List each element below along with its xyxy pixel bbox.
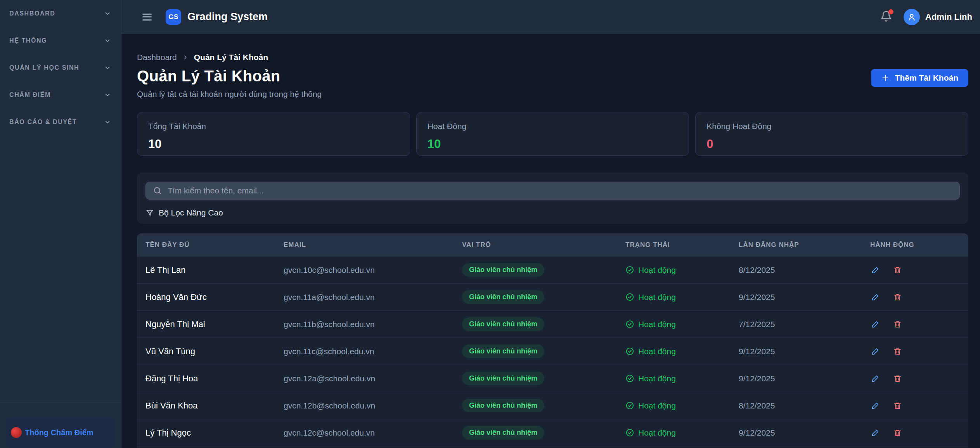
chevron-down-icon <box>104 119 111 126</box>
cell-full-name: Vũ Văn Tùng <box>137 346 275 357</box>
avatar <box>904 9 920 25</box>
column-header-status: TRẠNG THÁI <box>617 241 730 249</box>
pencil-icon <box>871 320 880 329</box>
add-account-button[interactable]: Thêm Tài Khoản <box>871 69 968 87</box>
role-badge: Giáo viên chủ nhiệm <box>462 345 544 358</box>
cell-role: Giáo viên chủ nhiệm <box>454 317 617 331</box>
delete-button[interactable] <box>892 265 903 275</box>
table-row: Bùi Văn Khoa gvcn.12b@school.edu.vn Giáo… <box>137 392 968 419</box>
status-label: Hoạt động <box>638 347 676 356</box>
delete-button[interactable] <box>892 346 903 357</box>
hamburger-menu-icon[interactable] <box>142 14 152 21</box>
search-panel: Bộ Lọc Nâng Cao <box>137 172 968 224</box>
main-area: GS Grading System Admin Linh Dashboard Q… <box>121 0 980 448</box>
sidebar-item[interactable]: BÁO CÁO & DUYỆT <box>0 109 121 136</box>
status-label: Hoạt động <box>638 374 676 383</box>
cell-full-name: Bùi Văn Khoa <box>137 401 275 411</box>
check-circle-icon <box>625 374 634 383</box>
cell-actions <box>862 265 968 275</box>
trash-icon <box>893 374 902 383</box>
notification-dot <box>888 9 893 14</box>
cell-status: Hoạt động <box>617 320 730 329</box>
app-logo: GS <box>166 9 181 25</box>
pencil-icon <box>871 265 880 274</box>
check-circle-icon <box>625 401 634 410</box>
topbar-right: Admin Linh <box>880 9 972 25</box>
cell-full-name: Đặng Thị Hoa <box>137 374 275 384</box>
breadcrumb-dashboard[interactable]: Dashboard <box>137 53 177 62</box>
delete-button[interactable] <box>892 319 903 329</box>
sidebar-item[interactable]: QUẢN LÝ HỌC SINH <box>0 54 121 81</box>
table-body: Lê Thị Lan gvcn.10c@school.edu.vn Giáo v… <box>137 257 968 446</box>
search-input[interactable] <box>168 186 952 195</box>
sidebar: DASHBOARD HỆ THỐNG QUẢN LÝ HỌC SINH CHẤM… <box>0 0 121 448</box>
check-circle-icon <box>625 428 634 437</box>
sidebar-item[interactable]: HỆ THỐNG <box>0 27 121 54</box>
cell-full-name: Nguyễn Thị Mai <box>137 319 275 329</box>
delete-button[interactable] <box>892 292 903 302</box>
stats-row: Tổng Tài Khoản 10 Hoạt Động 10 Không Hoạ… <box>137 112 968 156</box>
advanced-filter-button[interactable]: Bộ Lọc Nâng Cao <box>145 208 223 217</box>
edit-button[interactable] <box>870 400 881 411</box>
table-row: Nguyễn Thị Mai gvcn.11b@school.edu.vn Gi… <box>137 311 968 338</box>
cell-role: Giáo viên chủ nhiệm <box>454 372 617 385</box>
trash-icon <box>893 428 902 437</box>
edit-button[interactable] <box>870 373 881 384</box>
user-menu[interactable]: Admin Linh <box>904 9 972 25</box>
sidebar-item[interactable]: DASHBOARD <box>0 0 121 27</box>
cell-status: Hoạt động <box>617 347 730 356</box>
role-badge: Giáo viên chủ nhiệm <box>462 263 544 277</box>
pencil-icon <box>871 401 880 410</box>
cell-actions <box>862 400 968 411</box>
user-name: Admin Linh <box>925 12 972 22</box>
cell-email: gvcn.11c@school.edu.vn <box>275 347 454 356</box>
stat-card-inactive: Không Hoạt Động 0 <box>695 112 968 156</box>
cell-email: gvcn.12b@school.edu.vn <box>275 401 454 410</box>
delete-button[interactable] <box>892 427 903 438</box>
cell-full-name: Lê Thị Lan <box>137 265 275 275</box>
delete-button[interactable] <box>892 373 903 384</box>
search-box[interactable] <box>145 182 960 200</box>
edit-button[interactable] <box>870 346 881 357</box>
notifications-button[interactable] <box>880 10 892 24</box>
cell-email: gvcn.12a@school.edu.vn <box>275 374 454 383</box>
edit-button[interactable] <box>870 265 881 275</box>
role-badge: Giáo viên chủ nhiệm <box>462 372 544 385</box>
chevron-down-icon <box>104 64 111 71</box>
sidebar-nav: DASHBOARD HỆ THỐNG QUẢN LÝ HỌC SINH CHẤM… <box>0 0 121 403</box>
chevron-down-icon <box>104 37 111 44</box>
edit-button[interactable] <box>870 292 881 302</box>
trash-icon <box>893 401 902 410</box>
stat-value: 10 <box>428 137 678 151</box>
check-circle-icon <box>625 320 634 329</box>
breadcrumb-current: Quản Lý Tài Khoản <box>194 53 268 62</box>
app-name: Grading System <box>187 11 268 23</box>
cell-last-login: 8/12/2025 <box>730 401 862 410</box>
stat-value: 0 <box>706 137 957 151</box>
cell-last-login: 9/12/2025 <box>730 347 862 356</box>
edit-button[interactable] <box>870 319 881 329</box>
table-row: Lý Thị Ngọc gvcn.12c@school.edu.vn Giáo … <box>137 419 968 446</box>
stat-label: Tổng Tài Khoản <box>148 122 399 131</box>
role-badge: Giáo viên chủ nhiệm <box>462 290 544 304</box>
edit-button[interactable] <box>870 427 881 438</box>
cell-email: gvcn.10c@school.edu.vn <box>275 265 454 275</box>
cell-actions <box>862 373 968 384</box>
person-icon <box>907 12 916 22</box>
pencil-icon <box>871 374 880 383</box>
cell-email: gvcn.11b@school.edu.vn <box>275 320 454 329</box>
cell-role: Giáo viên chủ nhiệm <box>454 263 617 277</box>
delete-button[interactable] <box>892 400 903 411</box>
cell-status: Hoạt động <box>617 265 730 275</box>
cell-last-login: 9/12/2025 <box>730 428 862 438</box>
cell-status: Hoạt động <box>617 293 730 302</box>
trash-icon <box>893 320 902 329</box>
cell-actions <box>862 319 968 329</box>
table-row: Lê Thị Lan gvcn.10c@school.edu.vn Giáo v… <box>137 257 968 284</box>
table-row: Vũ Văn Tùng gvcn.11c@school.edu.vn Giáo … <box>137 338 968 365</box>
sidebar-item[interactable]: CHẤM ĐIỂM <box>0 81 121 109</box>
stat-value: 10 <box>148 137 399 151</box>
sidebar-footer-card[interactable]: Thống Chấm Điểm <box>5 417 116 448</box>
role-badge: Giáo viên chủ nhiệm <box>462 426 544 439</box>
table-row: Đặng Thị Hoa gvcn.12a@school.edu.vn Giáo… <box>137 365 968 392</box>
